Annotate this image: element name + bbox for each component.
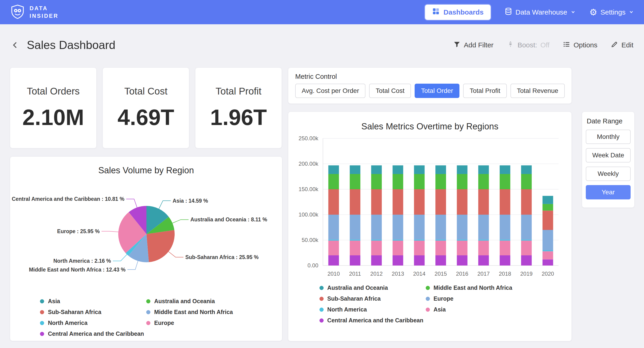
bar-segment[interactable] — [521, 189, 532, 215]
date-range-option-monthly[interactable]: Monthly — [586, 130, 630, 144]
bar-legend-item[interactable]: Europe — [426, 295, 540, 302]
bar-segment[interactable] — [457, 165, 468, 174]
bar-segment[interactable] — [542, 204, 553, 211]
bar-segment[interactable] — [350, 215, 360, 240]
bar-segment[interactable] — [457, 174, 468, 189]
bar-segment[interactable] — [436, 255, 446, 265]
bar-segment[interactable] — [478, 240, 489, 241]
nav-data-warehouse[interactable]: Data Warehouse — [504, 8, 576, 17]
bar-segment[interactable] — [542, 251, 553, 259]
pie-legend-item[interactable]: Australia and Oceania — [146, 298, 252, 304]
bar-segment[interactable] — [542, 196, 553, 204]
bar-segment[interactable] — [500, 240, 510, 241]
bar-segment[interactable] — [414, 165, 424, 174]
bar-segment[interactable] — [436, 240, 446, 241]
bar-segment[interactable] — [350, 189, 360, 215]
bar-legend-item[interactable]: Central America and the Caribbean — [320, 317, 426, 324]
bar-legend-item[interactable]: Australia and Oceania — [320, 284, 426, 291]
pie-legend-item[interactable]: Middle East and North Africa — [146, 309, 252, 315]
bar-segment[interactable] — [371, 240, 382, 241]
bar-segment[interactable] — [350, 165, 360, 174]
bar-segment[interactable] — [500, 255, 510, 265]
bar-segment[interactable] — [542, 250, 553, 251]
bar-segment[interactable] — [542, 230, 553, 250]
edit-button[interactable]: Edit — [611, 41, 633, 50]
bar-segment[interactable] — [500, 174, 510, 189]
bar-segment[interactable] — [328, 215, 339, 240]
bar-segment[interactable] — [393, 165, 403, 174]
bar-segment[interactable] — [350, 241, 360, 255]
bar-segment[interactable] — [328, 165, 339, 174]
bar-segment[interactable] — [436, 215, 446, 240]
date-range-option-year[interactable]: Year — [586, 185, 630, 199]
date-range-option-week-date[interactable]: Week Date — [586, 148, 630, 162]
pie-legend-item[interactable]: North America — [40, 319, 146, 326]
bar-segment[interactable] — [436, 241, 446, 255]
bar-segment[interactable] — [457, 240, 468, 241]
metric-option-total-revenue[interactable]: Total Revenue — [510, 84, 565, 98]
add-filter-button[interactable]: Add Filter — [453, 41, 494, 50]
bar-segment[interactable] — [350, 255, 360, 265]
bar-segment[interactable] — [328, 189, 339, 215]
pie-legend-item[interactable]: Sub-Saharan Africa — [40, 309, 146, 315]
bar-segment[interactable] — [393, 240, 403, 241]
bar-segment[interactable] — [371, 174, 382, 189]
bar-segment[interactable] — [350, 240, 360, 241]
bar-legend-item[interactable]: Sub-Saharan Africa — [320, 295, 426, 302]
bar-segment[interactable] — [457, 241, 468, 255]
bar-segment[interactable] — [521, 241, 532, 255]
bar-segment[interactable] — [414, 241, 424, 255]
bar-segment[interactable] — [457, 189, 468, 215]
bar-segment[interactable] — [500, 241, 510, 255]
bar-segment[interactable] — [521, 240, 532, 241]
metric-option-avg-cost-per-order[interactable]: Avg. Cost per Order — [295, 84, 366, 98]
bar-segment[interactable] — [328, 241, 339, 255]
bar-segment[interactable] — [393, 215, 403, 240]
bar-segment[interactable] — [414, 174, 424, 189]
bar-segment[interactable] — [371, 255, 382, 265]
bar-segment[interactable] — [500, 215, 510, 240]
bar-segment[interactable] — [350, 174, 360, 189]
bar-segment[interactable] — [436, 174, 446, 189]
bar-segment[interactable] — [457, 255, 468, 265]
bar-segment[interactable] — [478, 241, 489, 255]
nav-dashboards-button[interactable]: Dashboards — [425, 5, 490, 20]
bar-segment[interactable] — [328, 255, 339, 265]
nav-settings[interactable]: ⚙ Settings — [590, 8, 634, 17]
bar-segment[interactable] — [371, 165, 382, 174]
bar-segment[interactable] — [371, 215, 382, 240]
bar-segment[interactable] — [436, 189, 446, 215]
bar-segment[interactable] — [478, 215, 489, 240]
bar-segment[interactable] — [500, 165, 510, 174]
bar-legend-item[interactable]: Middle East and North Africa — [426, 284, 540, 291]
bar-segment[interactable] — [393, 189, 403, 215]
bar-segment[interactable] — [478, 255, 489, 265]
bar-segment[interactable] — [414, 215, 424, 240]
bar-segment[interactable] — [521, 174, 532, 189]
metric-option-total-order[interactable]: Total Order — [415, 84, 460, 98]
pie-legend-item[interactable]: Central America and the Caribbean — [40, 330, 146, 337]
bar-segment[interactable] — [542, 259, 553, 265]
bar-segment[interactable] — [478, 189, 489, 215]
back-button[interactable] — [11, 41, 20, 50]
bar-segment[interactable] — [414, 255, 424, 265]
boost-toggle[interactable]: Boost: Off — [507, 41, 550, 50]
bar-segment[interactable] — [478, 165, 489, 174]
bar-segment[interactable] — [436, 165, 446, 174]
bar-segment[interactable] — [542, 210, 553, 230]
pie-slice[interactable] — [146, 230, 175, 262]
bar-segment[interactable] — [393, 255, 403, 265]
bar-segment[interactable] — [521, 215, 532, 240]
bar-segment[interactable] — [414, 240, 424, 241]
pie-legend-item[interactable]: Europe — [146, 319, 252, 326]
bar-segment[interactable] — [371, 189, 382, 215]
bar-segment[interactable] — [521, 255, 532, 265]
bar-segment[interactable] — [328, 174, 339, 189]
bar-legend-item[interactable]: Asia — [426, 306, 540, 313]
bar-segment[interactable] — [393, 241, 403, 255]
bar-segment[interactable] — [328, 240, 339, 241]
bar-segment[interactable] — [371, 241, 382, 255]
bar-segment[interactable] — [393, 174, 403, 189]
bar-segment[interactable] — [500, 189, 510, 215]
metric-option-total-profit[interactable]: Total Profit — [463, 84, 506, 98]
